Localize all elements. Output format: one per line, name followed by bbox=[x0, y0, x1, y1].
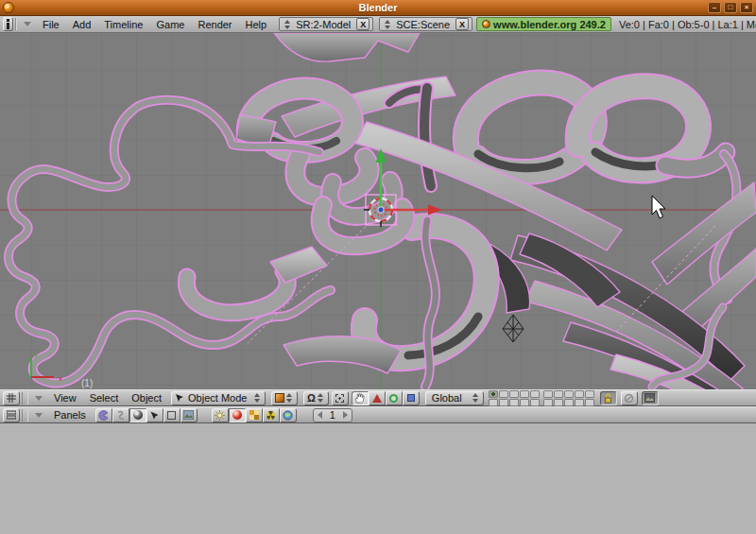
editing-icon bbox=[167, 411, 176, 420]
radiosity-buttons-button[interactable] bbox=[263, 408, 280, 422]
viewport-3d[interactable]: y x (1) bbox=[0, 33, 756, 389]
header-grip[interactable] bbox=[15, 18, 17, 30]
layer-16[interactable] bbox=[543, 399, 553, 406]
editor-type-button-3dview[interactable] bbox=[3, 391, 20, 405]
layer-15[interactable] bbox=[530, 399, 540, 406]
scene-statistics: Ve:0 | Fa:0 | Ob:5-0 | La:1 | Mem:8.41M … bbox=[619, 19, 756, 30]
info-header: File Add Timeline Game Render Help SR:2-… bbox=[0, 16, 756, 33]
menu-game[interactable]: Game bbox=[149, 19, 191, 30]
layer-5[interactable] bbox=[530, 390, 540, 398]
close-button[interactable]: × bbox=[740, 2, 753, 13]
layer-17[interactable] bbox=[554, 399, 563, 406]
frame-decrement-icon[interactable] bbox=[318, 411, 322, 419]
info-window-icon bbox=[4, 19, 12, 29]
menu-file[interactable]: File bbox=[36, 19, 66, 30]
editor-type-button-info[interactable] bbox=[3, 17, 13, 31]
lock-layers-button[interactable] bbox=[600, 391, 617, 405]
menu-object[interactable]: Object bbox=[125, 392, 168, 404]
shading-context-button[interactable] bbox=[129, 408, 146, 422]
orientation-dropdown[interactable]: Global bbox=[425, 391, 484, 405]
minimize-button[interactable]: – bbox=[708, 2, 721, 13]
titlebar[interactable]: Blender – □ × bbox=[0, 0, 756, 16]
panels-label[interactable]: Panels bbox=[47, 409, 93, 421]
viewport-canvas[interactable]: y x (1) bbox=[0, 33, 756, 389]
logic-context-button[interactable] bbox=[95, 408, 112, 422]
lamp-icon bbox=[215, 410, 225, 421]
translate-manipulator-button[interactable] bbox=[369, 391, 386, 405]
orbit-gesture-button[interactable] bbox=[621, 391, 638, 405]
layer-1[interactable] bbox=[489, 390, 498, 398]
layer-9[interactable] bbox=[575, 390, 584, 398]
pivot-dropdown[interactable]: Ω bbox=[303, 391, 329, 405]
version-badge[interactable]: www.blender.org 249.2 bbox=[476, 17, 611, 31]
object-context-button[interactable] bbox=[146, 408, 163, 422]
scale-icon bbox=[407, 394, 415, 402]
version-text: www.blender.org 249.2 bbox=[493, 19, 606, 30]
layer-7[interactable] bbox=[554, 390, 563, 398]
layer-buttons-group1[interactable] bbox=[489, 390, 540, 406]
layer-20[interactable] bbox=[585, 399, 594, 406]
translate-icon bbox=[372, 394, 382, 403]
context-buttons bbox=[95, 408, 198, 422]
menu-render[interactable]: Render bbox=[191, 19, 238, 30]
dashed-square-icon bbox=[335, 394, 344, 403]
screen-name[interactable]: SR:2-Model bbox=[292, 19, 354, 30]
menu-timeline[interactable]: Timeline bbox=[97, 19, 149, 30]
menu-add[interactable]: Add bbox=[66, 19, 98, 30]
frame-number[interactable]: 1 bbox=[330, 409, 335, 421]
layer-12[interactable] bbox=[499, 399, 508, 406]
collapse-menu-icon[interactable] bbox=[35, 396, 43, 401]
layer-10[interactable] bbox=[585, 390, 594, 398]
blender-window: Blender – □ × File Add Timeline Game Ren… bbox=[0, 0, 756, 534]
layer-19[interactable] bbox=[575, 399, 584, 406]
mode-dropdown[interactable]: Object Mode bbox=[171, 391, 266, 405]
editing-context-button[interactable] bbox=[163, 408, 180, 422]
draw-type-dropdown[interactable] bbox=[271, 391, 298, 405]
collapse-menu-icon[interactable] bbox=[35, 413, 43, 418]
screen-selector[interactable]: SR:2-Model X bbox=[279, 17, 373, 31]
world-buttons-button[interactable] bbox=[280, 408, 297, 422]
layer-13[interactable] bbox=[509, 399, 519, 406]
layer-8[interactable] bbox=[564, 390, 574, 398]
frame-increment-icon[interactable] bbox=[343, 411, 348, 419]
rotate-manipulator-button[interactable] bbox=[386, 391, 403, 405]
manipulator-center-button[interactable] bbox=[332, 391, 349, 405]
scale-manipulator-button[interactable] bbox=[403, 391, 420, 405]
layer-18[interactable] bbox=[564, 399, 574, 406]
axis-x-label: x bbox=[59, 374, 62, 383]
grid-editor-icon bbox=[7, 393, 16, 403]
layer-4[interactable] bbox=[520, 390, 529, 398]
texture-buttons-button[interactable] bbox=[246, 408, 263, 422]
screen-delete-button[interactable]: X bbox=[356, 18, 369, 30]
layer-6[interactable] bbox=[543, 390, 553, 398]
scene-selector[interactable]: SCE:Scene X bbox=[379, 17, 472, 31]
pivot-icon: Ω bbox=[307, 393, 316, 404]
header-grip[interactable] bbox=[22, 392, 28, 405]
scene-browse-icon[interactable] bbox=[385, 20, 390, 29]
menu-view[interactable]: View bbox=[47, 392, 83, 404]
layer-2[interactable] bbox=[499, 390, 508, 398]
layer-3[interactable] bbox=[509, 390, 519, 398]
lamp-buttons-button[interactable] bbox=[212, 408, 229, 422]
scene-name[interactable]: SCE:Scene bbox=[392, 19, 454, 30]
layer-11[interactable] bbox=[489, 399, 498, 406]
manipulator-toggle-button[interactable] bbox=[352, 391, 369, 405]
menu-select[interactable]: Select bbox=[83, 392, 126, 404]
scene-context-button[interactable] bbox=[180, 408, 198, 422]
script-context-button[interactable] bbox=[112, 408, 129, 422]
material-buttons-button[interactable] bbox=[229, 408, 246, 422]
manipulator-center[interactable] bbox=[378, 207, 384, 213]
collapse-menu-icon[interactable] bbox=[24, 22, 31, 26]
layer-buttons-group2[interactable] bbox=[543, 390, 594, 406]
render-preview-button[interactable] bbox=[642, 391, 659, 405]
maximize-button[interactable]: □ bbox=[724, 2, 737, 13]
frame-number-field[interactable]: 1 bbox=[313, 408, 352, 422]
screen-browse-icon[interactable] bbox=[284, 20, 290, 29]
header-grip[interactable] bbox=[22, 409, 28, 422]
buttons-window-body[interactable] bbox=[0, 423, 756, 534]
layer-14[interactable] bbox=[520, 399, 529, 406]
blender-mini-logo-icon bbox=[482, 20, 490, 28]
menu-help[interactable]: Help bbox=[239, 19, 274, 30]
editor-type-button-buttons[interactable] bbox=[3, 408, 20, 422]
scene-delete-button[interactable]: X bbox=[455, 18, 469, 30]
